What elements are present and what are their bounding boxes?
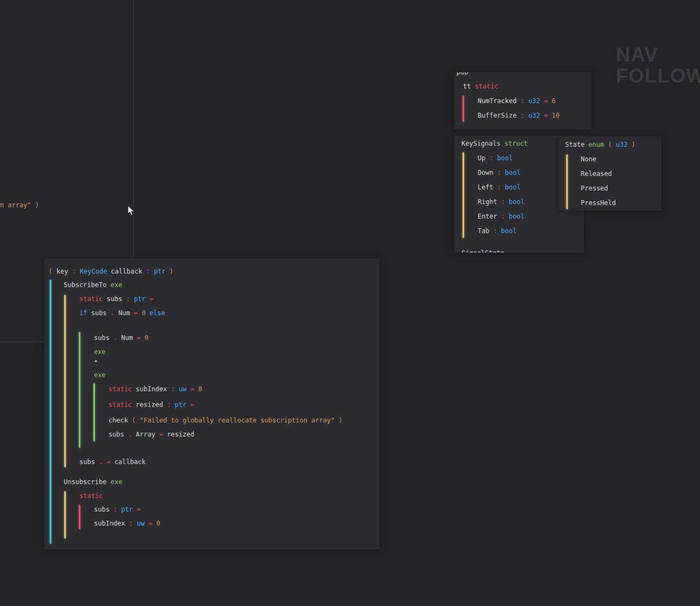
code-line[interactable]: subIndex : uw = 0 [94, 519, 160, 528]
code-token: bool [501, 227, 516, 235]
code-token: ( [608, 141, 615, 148]
code-line[interactable]: subs : ptr = [94, 505, 141, 514]
code-token: uw [137, 520, 148, 527]
code-token: : [167, 401, 174, 408]
watermark: NAV FOLLOW [616, 44, 700, 86]
cursor-arrow-icon [127, 205, 136, 217]
code-line[interactable]: subs . = callback [79, 458, 146, 466]
scope-guide-red [79, 505, 80, 529]
code-token: Num [118, 309, 134, 317]
code-token: = [544, 97, 552, 105]
code-token: Up [478, 154, 490, 162]
code-line-fragment[interactable]: n array" ) [0, 201, 39, 209]
code-token: Tab [478, 227, 493, 235]
code-line[interactable]: Pressed [581, 184, 608, 193]
scope-guide-cyan [50, 280, 51, 544]
code-line[interactable]: Enter : bool [478, 212, 525, 221]
code-line[interactable]: Up : bool [478, 154, 513, 162]
code-line[interactable]: subs . Num = 0 [94, 333, 148, 342]
code-line[interactable]: SubscribeTo exe [64, 281, 122, 289]
code-token: ( [49, 268, 56, 275]
code-line[interactable]: static subIndex : uw = 0 [108, 385, 202, 393]
mouse-cursor [127, 205, 136, 219]
code-line[interactable]: Released [581, 169, 612, 178]
code-token: BufferSize [478, 112, 520, 119]
code-line-clipped-signalstate[interactable]: SignalState [461, 249, 504, 253]
scope-guide-green [79, 332, 80, 448]
code-line-clipped-pub[interactable]: pub [457, 72, 468, 77]
code-line[interactable]: Left : bool [478, 183, 520, 192]
code-line[interactable]: exe [94, 348, 106, 356]
code-line[interactable]: static [79, 492, 103, 500]
code-token: subIndex [136, 385, 171, 393]
code-token: subs [108, 431, 128, 438]
code-token: NumTracked [478, 97, 520, 105]
code-line-header[interactable]: State enum ( u32 ) [565, 140, 635, 149]
code-token: Right [478, 198, 501, 206]
code-token: subs [107, 295, 126, 303]
subscription-panel[interactable]: ( key : KeyCode callback : ptr ) Subscri… [44, 258, 379, 549]
code-token: = [148, 520, 156, 527]
code-token: ) [338, 417, 342, 424]
code-token: 0 [142, 309, 149, 317]
code-line[interactable]: static subs : ptr = [79, 295, 153, 303]
code-line[interactable]: Tab : bool [478, 227, 516, 235]
code-line[interactable]: subs . Array = resized [108, 430, 194, 439]
code-token: callback [114, 458, 146, 466]
code-line-signature[interactable]: ( key : KeyCode callback : ptr ) [49, 267, 173, 276]
code-token: if [79, 309, 91, 317]
code-token: u32 [528, 112, 544, 119]
code-line[interactable]: BufferSize : u32 = 10 [478, 111, 560, 120]
code-token: : [501, 198, 508, 206]
placeholder-dot[interactable]: • [94, 357, 98, 366]
code-token: static [79, 295, 107, 303]
code-token: Unsubscribe [64, 478, 111, 486]
code-line-header[interactable]: KeySignals struct [461, 139, 528, 148]
code-token: resized [167, 431, 194, 438]
code-token: KeyCode [80, 268, 111, 275]
code-token: KeySignals [461, 140, 504, 147]
code-token: ptr [175, 401, 191, 408]
code-token: = [149, 295, 153, 303]
code-token: "Failed to globally reallocate subscript… [140, 417, 338, 424]
code-token: None [581, 155, 596, 163]
editor-canvas[interactable]: NAV FOLLOW n array" ) pub tt static NumT… [0, 0, 700, 606]
code-token: subs [94, 334, 113, 342]
code-token: pub [457, 72, 468, 76]
code-token: Down [478, 169, 497, 176]
code-token: 0 [145, 334, 148, 342]
code-token: bool [509, 213, 525, 220]
code-line[interactable]: PressHeld [581, 199, 616, 207]
code-line[interactable]: None [581, 155, 596, 164]
code-line[interactable]: Unsubscribe exe [64, 478, 122, 486]
code-token: subs [91, 309, 111, 317]
code-token: : [171, 385, 179, 393]
code-line[interactable]: Right : bool [478, 198, 525, 206]
code-token: bool [497, 154, 513, 162]
code-token: bool [509, 198, 525, 206]
code-token: key [56, 268, 72, 275]
code-line[interactable]: NumTracked : u32 = 6 [478, 97, 556, 105]
code-token: exe [111, 478, 123, 486]
code-token: check [108, 417, 132, 424]
code-token: : [520, 97, 528, 105]
code-line[interactable]: exe [94, 371, 106, 379]
tracking-panel[interactable]: pub tt static NumTracked : u32 = 6 Buffe… [454, 72, 592, 130]
code-line[interactable]: Down : bool [478, 168, 520, 177]
code-token: ) [35, 201, 39, 209]
code-token: = [191, 401, 194, 408]
code-line[interactable]: static resized : ptr = [108, 400, 194, 409]
code-token: static [108, 401, 136, 408]
code-token: = [137, 334, 144, 342]
code-token: = [191, 385, 198, 393]
code-token: : [146, 268, 154, 275]
code-line[interactable]: if subs . Num = 0 else [79, 309, 165, 317]
scope-guide-red [463, 96, 464, 122]
code-token: : [497, 169, 505, 176]
code-token: . [99, 458, 106, 466]
code-token: bool [505, 169, 521, 176]
state-enum-panel[interactable]: State enum ( u32 ) None Released Pressed… [559, 137, 662, 210]
code-line-check[interactable]: check ( "Failed to globally reallocate s… [108, 416, 343, 425]
code-token: exe [94, 348, 106, 356]
code-line-header[interactable]: tt static [463, 82, 498, 91]
